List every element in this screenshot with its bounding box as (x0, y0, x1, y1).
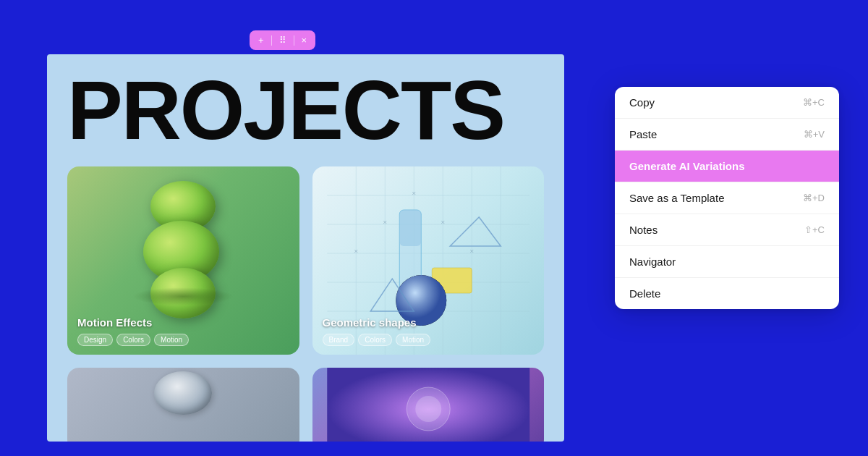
menu-label-paste: Paste (629, 128, 657, 140)
card-geometric[interactable]: Geometric shapes Brand Colors Motion (312, 166, 545, 355)
menu-item-copy[interactable]: Copy ⌘+C (615, 87, 839, 119)
bottom-card-2[interactable] (312, 368, 545, 442)
add-icon[interactable]: + (258, 35, 264, 46)
toolbar-separator (271, 35, 272, 46)
tag-motion-2: Motion (396, 334, 430, 346)
background: PROJECTS Motion Effects Design Colors (0, 0, 868, 456)
toolbar-separator-2 (294, 35, 294, 46)
page-title: PROJECTS (67, 69, 544, 152)
metal-visual (154, 371, 212, 415)
menu-item-generate-ai[interactable]: Generate AI Variations (615, 151, 839, 182)
purple-visual (312, 368, 545, 442)
menu-shortcut-paste: ⌘+V (804, 129, 825, 140)
menu-item-navigator[interactable]: Navigator (615, 246, 839, 278)
card-motion-effects[interactable]: Motion Effects Design Colors Motion (67, 166, 299, 355)
menu-item-save-template[interactable]: Save as a Template ⌘+D (615, 182, 839, 214)
grid-icon[interactable]: ⠿ (279, 35, 286, 46)
menu-label-notes: Notes (629, 224, 658, 236)
menu-shortcut-copy: ⌘+C (803, 97, 825, 108)
bottom-cards (67, 368, 544, 442)
svg-marker-27 (450, 217, 501, 246)
menu-item-notes[interactable]: Notes ⇧+C (615, 214, 839, 246)
menu-shortcut-save-template: ⌘+D (803, 193, 825, 203)
menu-shortcut-notes: ⇧+C (804, 224, 825, 235)
card-title: Motion Effects (77, 316, 289, 329)
cards-grid: Motion Effects Design Colors Motion (67, 166, 544, 355)
menu-label-copy: Copy (629, 96, 655, 109)
toolbar[interactable]: + ⠿ × (250, 30, 315, 50)
bottom-card-1[interactable] (67, 368, 299, 442)
card-title-2: Geometric shapes (323, 316, 535, 329)
menu-label-save-template: Save as a Template (629, 192, 724, 204)
blob-shadow (132, 287, 234, 305)
menu-label-delete: Delete (629, 287, 660, 300)
tag-colors-2: Colors (358, 334, 392, 346)
canvas-panel: PROJECTS Motion Effects Design Colors (47, 54, 564, 442)
card-tags: Design Colors Motion (77, 334, 289, 346)
menu-label-navigator: Navigator (629, 256, 676, 268)
tag-colors: Colors (116, 334, 150, 346)
menu-label-generate-ai: Generate AI Variations (629, 160, 745, 172)
context-menu: Copy ⌘+C Paste ⌘+V Generate AI Variation… (615, 87, 839, 309)
tag-brand: Brand (323, 334, 355, 346)
menu-item-paste[interactable]: Paste ⌘+V (615, 119, 839, 151)
svg-point-30 (415, 396, 441, 422)
blob-visual (111, 174, 255, 318)
svg-rect-22 (399, 210, 421, 246)
close-icon[interactable]: × (302, 35, 307, 46)
card-label-2: Geometric shapes Brand Colors Motion (323, 316, 535, 346)
menu-item-delete[interactable]: Delete (615, 278, 839, 309)
tag-design: Design (77, 334, 113, 346)
tag-motion: Motion (154, 334, 189, 346)
card-label: Motion Effects Design Colors Motion (77, 316, 289, 346)
metal-blob (154, 371, 212, 415)
card-tags-2: Brand Colors Motion (323, 334, 535, 346)
